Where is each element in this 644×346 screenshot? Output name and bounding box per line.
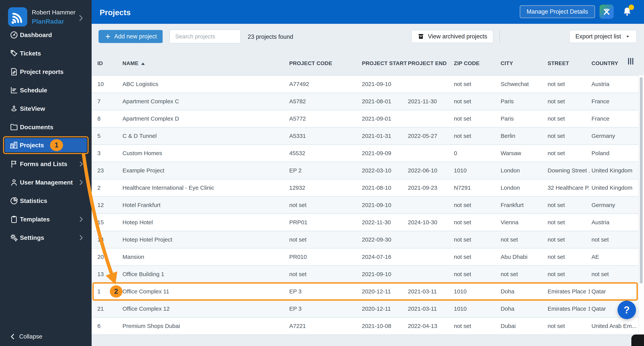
- sidebar-item-settings[interactable]: Settings: [0, 229, 92, 247]
- add-new-project-button[interactable]: Add new project: [98, 30, 163, 43]
- pie-icon: [10, 197, 18, 205]
- cell-zip: 1010: [454, 283, 498, 300]
- table-row[interactable]: 8Apartment Complex DA57722021-09-01not s…: [92, 110, 639, 127]
- scrollbar-thumb[interactable]: [640, 77, 643, 284]
- cell-name: Hotep Hotel Project: [122, 231, 286, 248]
- column-header-country[interactable]: COUNTRY: [592, 60, 618, 66]
- column-header-start[interactable]: PROJECT START: [362, 60, 407, 66]
- cell-start: 2021-09-10: [362, 266, 406, 283]
- manage-project-details-button[interactable]: Manage Project Details: [520, 5, 595, 18]
- cell-street: not set: [548, 76, 590, 93]
- cell-id: 7: [97, 93, 118, 110]
- cell-country: United Arab Em...: [592, 317, 638, 334]
- sidebar-item-project-reports[interactable]: Project reports: [0, 63, 92, 81]
- cell-street: not set: [548, 231, 590, 248]
- table-row[interactable]: 20MansionPR0102024-07-16not setAbu Dhabi…: [92, 248, 639, 266]
- column-settings-icon[interactable]: [628, 58, 633, 65]
- sidebar: Robert Hammer PlanRadar Dashboard Ticket…: [0, 0, 92, 346]
- archive-icon: [418, 33, 424, 40]
- table-row[interactable]: 12Hotel Frankfurtnot set2021-09-10not se…: [92, 197, 639, 214]
- cell-street: 32 Healthcare P...: [548, 179, 590, 196]
- column-header-end[interactable]: PROJECT END: [408, 60, 446, 66]
- sidebar-item-user-management[interactable]: User Management: [0, 173, 92, 192]
- sidebar-item-statistics[interactable]: Statistics: [0, 192, 92, 210]
- cell-code: A5782: [289, 93, 356, 110]
- table-row[interactable]: 7Apartment Complex CA57822021-08-012021-…: [92, 93, 639, 110]
- column-header-name[interactable]: NAME: [122, 60, 145, 66]
- cell-code: EP 2: [289, 162, 356, 179]
- column-header-city[interactable]: CITY: [501, 60, 513, 66]
- cell-end: 2022-06-10: [408, 162, 452, 179]
- cell-start: 2020-12-11: [362, 283, 406, 300]
- table-row[interactable]: 13Office Building 1not set2021-09-10not …: [92, 266, 639, 283]
- sidebar-item-schedule[interactable]: Schedule: [0, 81, 92, 99]
- sort-ascending-icon: [141, 63, 145, 65]
- table-row[interactable]: 15Hotep HotelPRP012022-11-302024-10-30no…: [92, 214, 639, 231]
- projects-table: 10ABC LogisticsA774922021-09-10not setSc…: [92, 75, 639, 335]
- clipboard-icon: [10, 215, 18, 224]
- sidebar-item-templates[interactable]: Templates: [0, 210, 92, 229]
- cell-city: Berlin: [501, 127, 546, 144]
- cell-street: not set: [548, 197, 590, 214]
- table-row[interactable]: 2Healthcare International - Eye Clinic12…: [92, 179, 639, 197]
- cell-name: Premium Shops Dubai: [122, 317, 286, 334]
- table-row[interactable]: 21Office Complex 12EP 32020-12-112021-03…: [92, 300, 639, 317]
- notifications-button[interactable]: [622, 6, 633, 18]
- cell-country: Austria: [592, 214, 638, 231]
- sidebar-item-siteview[interactable]: SiteView: [0, 99, 92, 118]
- cell-city: London: [501, 179, 546, 196]
- cell-country: United Kingdom: [592, 179, 638, 196]
- cell-start: 2021-08-10: [362, 179, 406, 196]
- search-input[interactable]: [170, 30, 241, 43]
- sidebar-item-tickets[interactable]: Tickets: [0, 44, 92, 63]
- results-count: 23 projects found: [248, 33, 293, 40]
- export-project-list-button[interactable]: Export project list: [569, 30, 637, 43]
- sidebar-item-documents[interactable]: Documents: [0, 118, 92, 136]
- sidebar-item-projects[interactable]: Projects 1: [3, 136, 88, 154]
- planradar-connect-button[interactable]: [600, 5, 614, 19]
- cell-end: [408, 248, 452, 265]
- cell-id: 12: [97, 197, 118, 214]
- cell-city: Frankfurt: [501, 197, 546, 214]
- cell-end: 2021-03-11: [408, 283, 452, 300]
- table-row[interactable]: 6Premium Shops DubaiA72212021-10-082022-…: [92, 317, 639, 335]
- view-archived-projects-button[interactable]: View archived projects: [411, 30, 493, 43]
- column-header-code[interactable]: PROJECT CODE: [289, 60, 332, 66]
- cell-end: 2021-03-11: [408, 300, 452, 317]
- sidebar-item-dashboard[interactable]: Dashboard: [0, 26, 92, 44]
- table-row[interactable]: 10ABC LogisticsA774922021-09-10not setSc…: [92, 76, 639, 93]
- cell-name: Hotep Hotel: [122, 214, 286, 231]
- collapse-label: Collapse: [19, 333, 42, 340]
- cell-country: United Kingdom: [592, 162, 638, 179]
- sidebar-item-forms-and-lists[interactable]: Forms and Lists: [0, 155, 92, 173]
- sidebar-nav: Dashboard Tickets Project reports Schedu…: [0, 26, 92, 247]
- cell-city: not set: [501, 266, 546, 283]
- column-header-zip[interactable]: ZIP CODE: [454, 60, 480, 66]
- cell-country: not set: [592, 231, 638, 248]
- cell-code: A5331: [289, 127, 356, 144]
- table-row[interactable]: 1Office Complex 11EP 32020-12-112021-03-…: [92, 283, 639, 300]
- sidebar-collapse-button[interactable]: Collapse: [0, 330, 92, 343]
- sidebar-item-label: User Management: [20, 179, 73, 186]
- help-button[interactable]: ?: [618, 301, 636, 319]
- flag-icon: [10, 159, 18, 168]
- column-header-id[interactable]: ID: [97, 60, 103, 66]
- table-row[interactable]: 14Hotep Hotel Projectnot set2022-09-30no…: [92, 231, 639, 248]
- vertical-scrollbar[interactable]: [638, 75, 644, 335]
- column-header-street[interactable]: STREET: [548, 60, 569, 66]
- cell-name: Apartment Complex C: [122, 93, 286, 110]
- cell-start: 2021-01-31: [362, 127, 406, 144]
- table-row[interactable]: 23Example ProjectEP 22022-03-102022-06-1…: [92, 162, 639, 179]
- cell-start: 2021-08-01: [362, 93, 406, 110]
- table-row[interactable]: 5C & D TunnelA53312021-01-312022-05-27no…: [92, 127, 639, 145]
- cell-street: not set: [548, 93, 590, 110]
- cell-id: 8: [97, 110, 118, 127]
- cell-id: 13: [97, 266, 118, 283]
- table-row[interactable]: 3Custom Homes455322021-09-090Warsawnot s…: [92, 145, 639, 162]
- cell-start: 2022-03-10: [362, 162, 406, 179]
- cell-code: 45532: [289, 145, 356, 162]
- chevron-right-icon: [78, 179, 85, 186]
- cell-zip: not set: [454, 214, 498, 231]
- sidebar-item-label: SiteView: [20, 105, 45, 112]
- toolbar-divider-2: [500, 30, 500, 43]
